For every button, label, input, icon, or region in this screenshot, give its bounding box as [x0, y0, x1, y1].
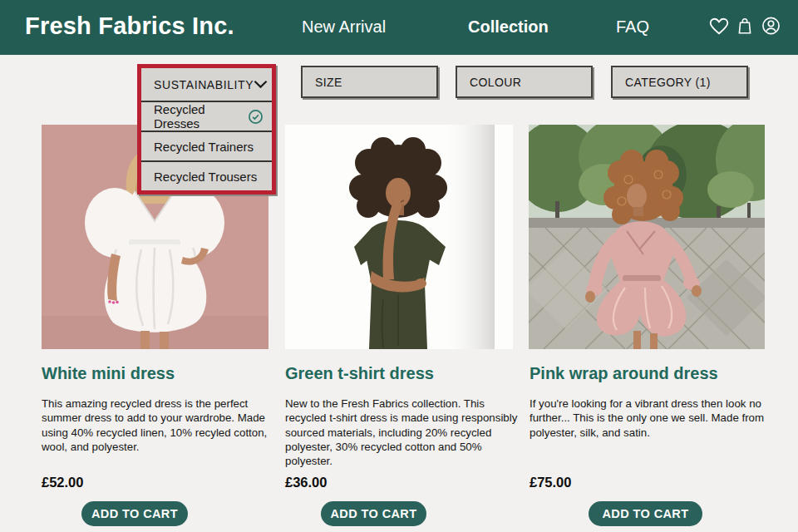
- product-title: Pink wrap around dress: [530, 364, 718, 383]
- fresh-fabrics-collection-page: Fresh Fabrics Inc. New Arrival Collectio…: [0, 0, 798, 532]
- nav-new-arrival[interactable]: New Arrival: [302, 17, 386, 37]
- add-to-cart-button[interactable]: ADD TO CART: [81, 501, 188, 526]
- product-price: £52.00: [42, 475, 83, 490]
- sustainability-dropdown-label: SUSTAINABILITY: [154, 78, 254, 91]
- chevron-down-icon: [254, 80, 268, 89]
- add-to-cart-button[interactable]: ADD TO CART: [321, 501, 426, 526]
- dropdown-option-recycled-dresses[interactable]: Recycled Dresses: [141, 101, 272, 131]
- product-description: New to the Fresh Fabrics collection. Thi…: [285, 397, 520, 468]
- filter-size-button[interactable]: SIZE: [301, 66, 438, 98]
- site-header: Fresh Fabrics Inc. New Arrival Collectio…: [0, 0, 798, 55]
- product-price: £75.00: [530, 475, 571, 490]
- product-title: Green t-shirt dress: [285, 364, 434, 383]
- filter-category-button[interactable]: CATEGORY (1): [611, 66, 748, 98]
- green-tshirt-dress-photo[interactable]: [285, 125, 513, 349]
- pink-wrap-dress-photo[interactable]: [529, 125, 765, 349]
- filter-colour-button[interactable]: COLOUR: [456, 66, 593, 98]
- shopping-bag-icon[interactable]: [735, 15, 756, 37]
- product-price: £36.00: [285, 475, 327, 490]
- site-logo: Fresh Fabrics Inc.: [25, 12, 234, 40]
- dropdown-option-recycled-trousers[interactable]: Recycled Trousers: [141, 160, 272, 190]
- product-description: This amazing recycled dress is the perfe…: [42, 397, 273, 454]
- add-to-cart-button[interactable]: ADD TO CART: [589, 501, 702, 526]
- nav-collection[interactable]: Collection: [468, 17, 549, 37]
- product-description: If you're looking for a vibrant dress th…: [530, 397, 767, 440]
- check-circle-icon: [248, 109, 264, 125]
- dropdown-option-label: Recycled Trainers: [154, 140, 254, 154]
- account-icon[interactable]: [761, 15, 782, 37]
- wishlist-heart-icon[interactable]: [708, 15, 730, 37]
- product-title: White mini dress: [42, 364, 175, 383]
- dropdown-option-recycled-trainers[interactable]: Recycled Trainers: [141, 131, 272, 160]
- nav-faq[interactable]: FAQ: [616, 17, 649, 37]
- sustainability-dropdown: SUSTAINABILITY Recycled Dresses Recycled…: [137, 64, 276, 195]
- dropdown-option-label: Recycled Dresses: [154, 102, 248, 131]
- sustainability-dropdown-toggle[interactable]: SUSTAINABILITY: [141, 68, 272, 101]
- dropdown-option-label: Recycled Trousers: [154, 170, 257, 184]
